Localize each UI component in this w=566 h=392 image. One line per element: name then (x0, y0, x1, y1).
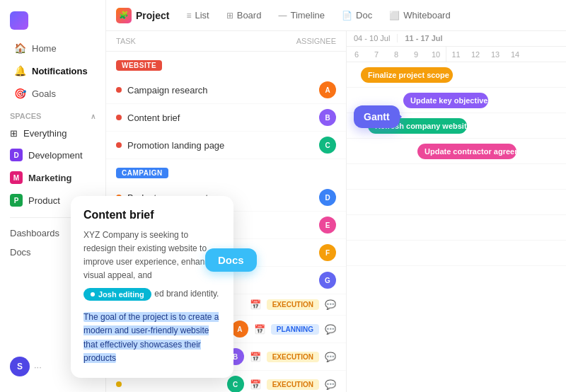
week-label-2: 11 - 17 Jul (398, 34, 449, 42)
tab-doc[interactable]: 📄 Doc (335, 6, 379, 25)
project-title: 🧩 Project (116, 8, 169, 23)
section-website-label: WEBSITE (122, 62, 156, 69)
tab-board[interactable]: ⊞ Board (219, 6, 269, 25)
task-row[interactable]: Content brief B (106, 104, 346, 132)
product-badge: P (10, 194, 23, 207)
calendar-icon: 📅 (250, 299, 261, 310)
project-label: Project (136, 10, 169, 21)
timeline-icon: — (278, 11, 287, 21)
sidebar-logo (0, 8, 105, 37)
calendar-icon: 📅 (250, 379, 261, 390)
status-badge: EXECUTION (267, 299, 319, 310)
gantt-panel: 04 - 10 Jul 11 - 17 Jul 6 7 8 9 10 11 12… (347, 31, 566, 392)
sidebar-item-development[interactable]: D Development (0, 144, 105, 166)
doc-icon: 📄 (342, 11, 352, 21)
chat-icon: 💬 (325, 379, 336, 390)
board-icon: ⊞ (226, 11, 233, 21)
gantt-bar-4: Update contractor agreement (417, 144, 516, 159)
user-menu-icon: ··· (34, 362, 42, 372)
task-bullet (116, 87, 122, 93)
avatar: C (319, 137, 336, 154)
top-nav: 🧩 Project ≡ List ⊞ Board — Timeline 📄 Do… (106, 0, 566, 31)
highlighted-text: The goal of the project is to create a m… (83, 312, 219, 363)
gantt-row (347, 215, 566, 241)
docs-badge: Docs (205, 248, 257, 272)
docs-popup: Content brief XYZ Company is seeking to … (71, 196, 233, 379)
josh-editing-label: Josh editing (98, 290, 144, 299)
week-label-1: 04 - 10 Jul (347, 34, 398, 42)
avatar: C (227, 376, 244, 392)
josh-editing-badge: Josh editing (83, 288, 151, 301)
sidebar-goals-label: Goals (32, 88, 56, 99)
gantt-row (347, 164, 566, 190)
task-panel-header: TASK ASSIGNEE (106, 31, 346, 52)
editing-dot (91, 292, 95, 296)
chat-icon: 💬 (325, 352, 336, 362)
sidebar-item-marketing[interactable]: M Marketing (0, 167, 105, 188)
logo-icon (10, 11, 28, 30)
chevron-icon: ∧ (91, 113, 96, 120)
dashboards-label: Dashboards (10, 228, 59, 238)
product-label: Product (28, 195, 60, 206)
docs-badge-label: Docs (218, 254, 244, 266)
tab-doc-label: Doc (356, 10, 372, 21)
avatar: S (10, 357, 30, 376)
development-badge: D (10, 149, 23, 161)
tab-board-label: Board (237, 10, 262, 21)
task-col-header: TASK (116, 37, 294, 45)
section-campaign: CAMPAIGN (116, 168, 168, 178)
assignee-col-header: ASSIGNEE (294, 37, 336, 45)
gantt-tooltip-label: Gantt (364, 111, 390, 122)
section-campaign-label: CAMPAIGN (122, 169, 163, 177)
sidebar-home-label: Home (32, 43, 57, 54)
task-row[interactable]: Promotion landing page C (106, 132, 346, 159)
list-icon: ≡ (186, 11, 191, 21)
everything-label: Everything (23, 128, 67, 139)
sidebar-item-goals[interactable]: 🎯 Goals (4, 83, 101, 104)
marketing-label: Marketing (28, 173, 71, 183)
gantt-bar-label: Finalize project scope (368, 71, 449, 79)
section-website: WEBSITE (116, 60, 162, 71)
gantt-bar-label: Update contractor agreement (424, 147, 533, 156)
bell-icon: 🔔 (14, 65, 26, 76)
calendar-icon: 📅 (254, 324, 265, 335)
gantt-row: Update contractor agreement (347, 139, 566, 164)
gantt-tooltip: Gantt (354, 105, 400, 128)
docs-label: Docs (10, 247, 31, 258)
avatar: F (319, 244, 336, 261)
spaces-section-label: Spaces ∧ (0, 105, 105, 123)
status-badge: EXECUTION (267, 352, 319, 362)
status-badge: EXECUTION (267, 379, 319, 390)
docs-popup-highlighted: The goal of the project is to create a m… (83, 311, 221, 365)
task-bullet (116, 115, 122, 120)
tab-timeline-label: Timeline (290, 10, 325, 21)
goals-icon: 🎯 (14, 88, 26, 99)
sidebar-item-home[interactable]: 🏠 Home (4, 38, 101, 59)
gantt-row (347, 190, 566, 215)
tab-timeline[interactable]: — Timeline (271, 6, 332, 25)
avatar: G (319, 272, 336, 289)
spaces-label: Spaces (10, 112, 41, 120)
status-badge: PLANNING (271, 324, 319, 335)
everything-icon: ⊞ (10, 128, 18, 139)
avatar: D (319, 189, 336, 206)
sidebar-item-everything[interactable]: ⊞ Everything (0, 124, 105, 143)
avatar: E (319, 217, 336, 234)
avatar: B (319, 109, 336, 126)
docs-popup-title: Content brief (83, 209, 221, 221)
calendar-icon: 📅 (250, 352, 261, 362)
gantt-body: Finalize project scope Update key object… (347, 62, 566, 266)
gantt-row (347, 241, 566, 266)
tab-whiteboard[interactable]: ⬜ Whiteboard (382, 6, 457, 25)
task-row[interactable]: Campaign research A (106, 76, 346, 104)
gantt-bar-label: Update key objectives (410, 96, 492, 105)
task-name: Campaign research (127, 85, 313, 96)
task-bullet (116, 381, 122, 387)
chat-icon: 💬 (325, 324, 336, 335)
tab-list[interactable]: ≡ List (179, 6, 216, 25)
sidebar-notifications-label: Notifications (32, 66, 88, 76)
chat-icon: 💬 (325, 299, 336, 310)
task-bullet (116, 142, 122, 148)
sidebar-item-notifications[interactable]: 🔔 Notifications (4, 60, 101, 81)
marketing-badge: M (10, 171, 23, 184)
